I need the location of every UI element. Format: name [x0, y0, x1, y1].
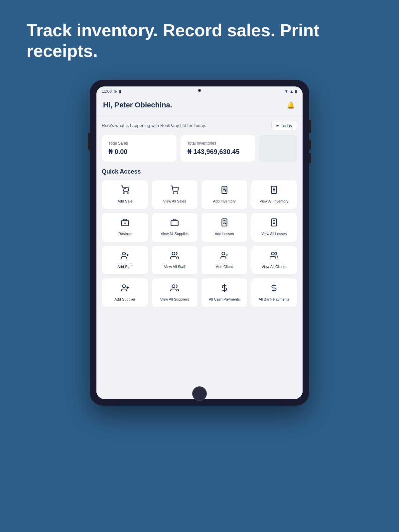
svg-point-38 [122, 285, 125, 288]
status-right: ▼ ▲ ▮ [284, 89, 297, 94]
add-supplier-icon [121, 284, 129, 294]
view-all-sales-icon [170, 186, 179, 196]
svg-point-37 [272, 252, 275, 255]
svg-point-1 [127, 193, 128, 194]
add-supplier-button[interactable]: Add Supplier [102, 278, 148, 307]
tablet-camera [198, 89, 201, 92]
add-inventory-button[interactable]: Add Inventory [201, 180, 248, 209]
add-staff-icon [121, 251, 129, 262]
view-all-sales-label: View All Sales [163, 199, 186, 203]
wifi-icon: ▼ [284, 89, 288, 94]
volume-down-button[interactable] [309, 153, 311, 163]
add-staff-button[interactable]: Add Staff [102, 245, 148, 275]
svg-point-30 [122, 252, 125, 255]
status-left: 11:00 ⊙ ▮ [102, 89, 121, 94]
view-all-staff-label: View All Staff [164, 264, 185, 269]
today-filter-button[interactable]: ≡ Today [271, 121, 297, 130]
view-all-suppliers-label: View All Suppliers [160, 297, 189, 302]
all-cash-payments-button[interactable]: All Cash Payments [201, 278, 248, 307]
info-bar: Here's what is happening with RealPany L… [102, 121, 297, 130]
svg-point-33 [172, 252, 175, 255]
headline: Track inventory. Record sales. Print rec… [0, 0, 399, 75]
view-all-supplies-label: View All Supplies [161, 231, 189, 236]
tablet-screen: 11:00 ⊙ ▮ ▼ ▲ ▮ Hi, Peter Obiechina. 🔔 H… [96, 86, 303, 399]
add-client-icon [220, 251, 229, 262]
app-content: Here's what is happening with RealPany L… [96, 115, 303, 399]
battery-status-icon: ▮ [295, 89, 297, 94]
view-all-supplies-button[interactable]: View All Supplies [152, 212, 198, 242]
quick-access-grid: Add Sale View All Sales [102, 180, 297, 307]
view-all-inventory-button[interactable]: View All Inventory [251, 180, 298, 209]
today-label: Today [281, 123, 292, 128]
view-all-losses-button[interactable]: View All Losses [251, 212, 298, 242]
greeting-text: Hi, Peter Obiechina. [103, 101, 172, 109]
add-client-button[interactable]: Add Client [201, 245, 248, 275]
stats-row: Total Sales ₦ 0.00 Total Inventories ₦ 1… [102, 135, 297, 162]
power-button[interactable] [309, 120, 311, 133]
add-client-label: Add Client [216, 264, 233, 269]
view-all-staff-button[interactable]: View All Staff [152, 245, 198, 275]
bank-payments-icon [270, 284, 278, 294]
view-all-inventory-label: View All Inventory [260, 199, 289, 203]
all-bank-payments-button[interactable]: All Bank Payments [251, 278, 298, 307]
total-inventories-label: Total Inventories [187, 141, 249, 146]
status-icon1: ⊙ [114, 89, 117, 94]
svg-rect-19 [171, 221, 178, 226]
total-sales-value: ₦ 0.00 [108, 148, 170, 156]
add-inventory-label: Add Inventory [213, 199, 236, 203]
view-all-clients-icon [270, 251, 278, 262]
signal-icon: ▲ [290, 89, 294, 94]
add-supplier-label: Add Supplier [114, 297, 135, 302]
app-header: Hi, Peter Obiechina. 🔔 [96, 96, 303, 115]
add-sale-button[interactable]: Add Sale [102, 180, 148, 209]
notification-bell-button[interactable]: 🔔 [285, 100, 296, 110]
view-all-losses-icon [270, 218, 278, 229]
view-all-clients-button[interactable]: View All Clients [251, 245, 298, 275]
svg-point-34 [222, 252, 225, 255]
home-button[interactable] [192, 386, 207, 401]
cash-payments-icon [220, 284, 229, 294]
add-sale-icon [121, 186, 129, 196]
extra-stat-card [259, 135, 297, 162]
volume-up-button[interactable] [309, 140, 311, 150]
left-side-button[interactable] [88, 133, 90, 150]
restock-icon [121, 218, 129, 229]
quick-access-title: Quick Access [102, 168, 297, 175]
svg-point-5 [177, 193, 178, 194]
total-sales-card: Total Sales ₦ 0.00 [102, 135, 177, 162]
filter-icon: ≡ [276, 123, 279, 128]
svg-point-4 [173, 193, 174, 194]
add-losses-button[interactable]: Add Losses [201, 212, 248, 242]
view-all-sales-button[interactable]: View All Sales [152, 180, 198, 209]
view-all-supplies-icon [170, 218, 179, 229]
view-all-clients-label: View All Clients [262, 264, 287, 269]
add-losses-label: Add Losses [215, 231, 234, 236]
view-all-inventory-icon [270, 186, 278, 196]
add-sale-label: Add Sale [117, 199, 132, 203]
svg-point-0 [123, 193, 124, 194]
add-inventory-icon [220, 186, 229, 196]
all-cash-payments-label: All Cash Payments [209, 297, 240, 302]
view-all-suppliers-icon [170, 284, 179, 294]
view-all-staff-icon [170, 251, 179, 262]
tablet-shell: 11:00 ⊙ ▮ ▼ ▲ ▮ Hi, Peter Obiechina. 🔔 H… [90, 80, 309, 406]
svg-point-41 [172, 285, 175, 288]
add-losses-icon [220, 218, 229, 229]
info-text: Here's what is happening with RealPany L… [102, 123, 206, 128]
restock-label: Restock [118, 231, 132, 236]
battery-icon: ▮ [119, 89, 121, 94]
total-inventories-value: ₦ 143,969,630.45 [187, 148, 249, 156]
total-inventories-card: Total Inventories ₦ 143,969,630.45 [181, 135, 255, 162]
view-all-losses-label: View All Losses [261, 231, 287, 236]
restock-button[interactable]: Restock [102, 212, 148, 242]
view-all-suppliers-button[interactable]: View All Suppliers [152, 278, 198, 307]
add-staff-label: Add Staff [117, 264, 132, 269]
status-time: 11:00 [102, 89, 112, 94]
total-sales-label: Total Sales [108, 141, 170, 146]
all-bank-payments-label: All Bank Payments [259, 297, 289, 302]
